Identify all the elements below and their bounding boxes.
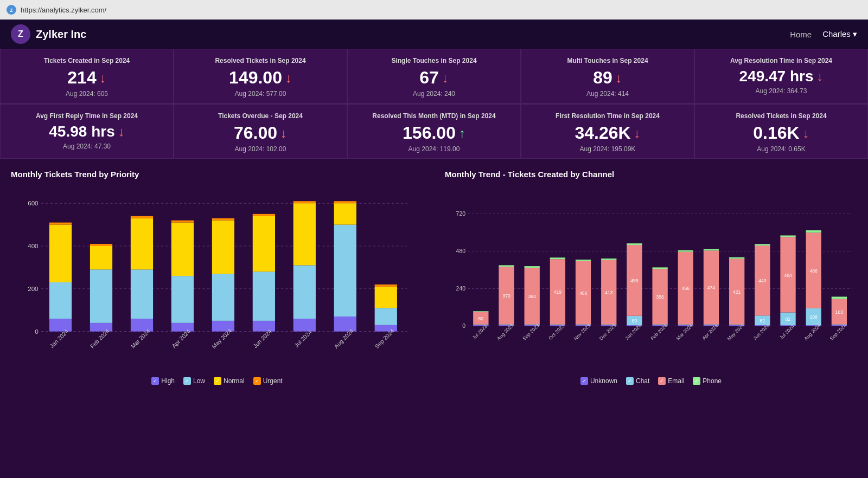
svg-rect-13 [90, 323, 112, 332]
svg-rect-40 [293, 203, 316, 265]
kpi-value: 0.16K↓ [704, 123, 859, 143]
svg-rect-43 [334, 316, 356, 332]
kpi-value: 67↓ [356, 68, 512, 88]
legend-item: ✓Urgent [253, 377, 283, 385]
kpi-card: Resolved This Month (MTD) in Sep 2024156… [347, 104, 521, 159]
svg-rect-29 [212, 274, 234, 321]
svg-text:484: 484 [784, 273, 792, 278]
svg-rect-62 [473, 325, 488, 325]
svg-text:0: 0 [35, 328, 39, 335]
kpi-card: Tickets Created in Sep 2024214↓Aug 2024:… [0, 49, 174, 104]
kpi-title: Avg First Reply Time in Sep 2024 [9, 112, 164, 120]
svg-rect-34 [253, 272, 275, 321]
svg-text:421: 421 [733, 289, 741, 295]
svg-text:486: 486 [810, 268, 818, 274]
svg-rect-95 [601, 259, 616, 260]
svg-rect-44 [334, 225, 356, 316]
svg-text:163: 163 [835, 309, 844, 315]
svg-text:720: 720 [456, 211, 466, 217]
kpi-value: 89↓ [530, 68, 685, 88]
svg-text:0: 0 [462, 323, 465, 329]
top-nav: Z Zylker Inc Home Charles ▾ [0, 20, 868, 49]
svg-rect-89 [576, 260, 591, 261]
svg-rect-50 [375, 287, 397, 308]
kpi-value-text: 249.47 hrs [739, 68, 814, 85]
svg-text:82: 82 [786, 316, 791, 322]
kpi-card: Tickets Overdue - Sep 202476.00↓Aug 2024… [174, 104, 347, 159]
svg-rect-41 [293, 201, 316, 203]
kpi-value-text: 89 [593, 68, 612, 88]
kpi-sub: Aug 2024: 0.65K [704, 145, 859, 153]
legend-item: ✓Low [183, 377, 205, 385]
svg-text:400: 400 [28, 242, 39, 249]
chart2-svg: 024048072080Jul 2023370Aug 2023364Sep 20… [445, 188, 857, 372]
legend-label: Unknown [590, 377, 617, 385]
legend-label: Low [193, 377, 205, 385]
legend-item: ✓Unknown [580, 377, 617, 385]
svg-rect-126 [729, 257, 744, 259]
svg-rect-36 [253, 214, 275, 216]
svg-rect-71 [499, 265, 514, 267]
svg-text:240: 240 [456, 286, 466, 292]
kpi-title: Single Touches in Sep 2024 [356, 57, 512, 64]
arrow-down-icon: ↓ [285, 70, 292, 86]
svg-rect-19 [131, 269, 153, 319]
arrow-down-icon: ↓ [442, 70, 449, 86]
svg-text:60: 60 [632, 318, 637, 324]
svg-rect-18 [131, 319, 153, 332]
kpi-title: Tickets Created in Sep 2024 [9, 57, 164, 64]
chart1-title: Monthly Tickets Trend by Priority [11, 170, 423, 179]
legend-label: Chat [636, 377, 649, 385]
svg-text:406: 406 [579, 290, 588, 296]
kpi-title: Multi Touches in Sep 2024 [530, 57, 685, 64]
user-menu[interactable]: Charles ▾ [822, 29, 857, 39]
svg-rect-31 [212, 218, 234, 221]
kpi-sub: Aug 2024: 364.73 [704, 87, 859, 95]
svg-rect-45 [334, 203, 356, 224]
kpi-sub: Aug 2024: 195.09K [530, 145, 685, 153]
kpi-value-text: 0.16K [753, 123, 799, 143]
nav-right: Home Charles ▾ [790, 29, 857, 39]
kpi-sub: Aug 2024: 605 [9, 90, 164, 98]
svg-text:356: 356 [656, 294, 664, 300]
svg-rect-153 [832, 296, 847, 299]
kpi-value: 34.26K↓ [530, 123, 685, 143]
svg-rect-23 [171, 323, 194, 332]
svg-text:455: 455 [630, 278, 639, 283]
legend-item: ✓Chat [626, 377, 649, 385]
svg-rect-24 [171, 276, 194, 323]
kpi-card: Avg First Reply Time in Sep 202445.98 hr… [0, 104, 174, 159]
arrow-down-icon: ↓ [817, 69, 824, 84]
svg-text:600: 600 [28, 199, 39, 206]
kpi-title: Resolved This Month (MTD) in Sep 2024 [356, 112, 512, 120]
kpi-sub: Aug 2024: 47.30 [9, 143, 164, 150]
svg-rect-14 [90, 269, 112, 323]
legend-label: Normal [224, 377, 245, 385]
svg-rect-16 [90, 244, 112, 246]
kpi-title: Resolved Tickets in Sep 2024 [704, 112, 859, 120]
svg-rect-38 [293, 319, 316, 332]
kpi-sub: Aug 2024: 119.00 [356, 145, 512, 153]
legend-label: Phone [703, 377, 722, 385]
svg-rect-25 [171, 223, 194, 276]
home-link[interactable]: Home [790, 30, 812, 39]
chart1-area: 0200400600Jan 2024Feb 2024Mar 2024Apr 20… [11, 188, 423, 372]
kpi-title: Resolved Tickets in Sep 2024 [183, 57, 338, 64]
kpi-value-text: 149.00 [229, 68, 282, 88]
svg-text:364: 364 [528, 294, 537, 299]
legend-item: ✓Normal [214, 377, 245, 385]
svg-rect-65 [473, 311, 488, 312]
kpi-row1: Tickets Created in Sep 2024214↓Aug 2024:… [0, 49, 868, 104]
logo-icon: Z [11, 24, 30, 44]
svg-text:62: 62 [760, 318, 765, 324]
kpi-value: 45.98 hrs↓ [9, 123, 164, 140]
svg-rect-33 [253, 321, 275, 332]
svg-rect-133 [755, 244, 770, 246]
company-name: Zylker Inc [36, 28, 86, 41]
chart1-svg: 0200400600Jan 2024Feb 2024Mar 2024Apr 20… [11, 188, 423, 372]
svg-rect-147 [806, 230, 821, 232]
kpi-title: Tickets Overdue - Sep 2024 [183, 112, 338, 120]
arrow-down-icon: ↓ [803, 126, 809, 141]
kpi-value: 149.00↓ [183, 68, 338, 88]
legend-label: Urgent [263, 377, 283, 385]
